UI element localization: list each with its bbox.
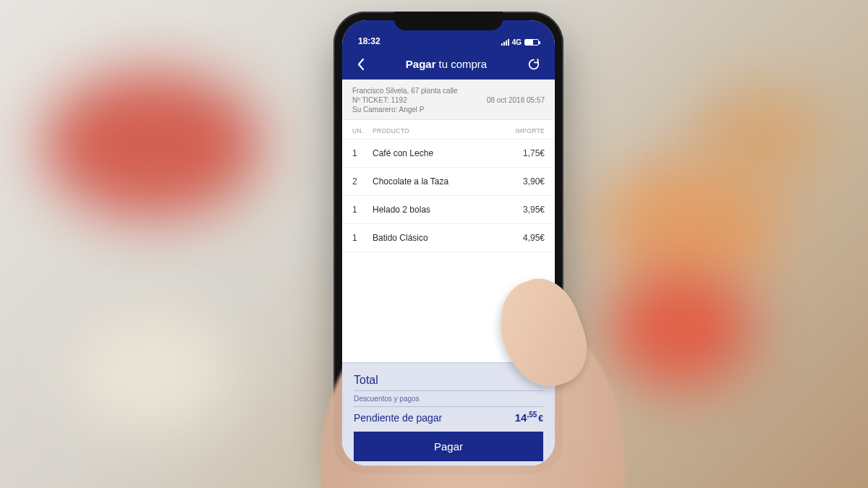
item-qty: 1 [352,233,373,243]
list-item[interactable]: 2 Chocolate a la Taza 3,90€ [342,168,555,196]
cellular-signal-icon [501,39,509,46]
refresh-button[interactable] [523,53,545,75]
ticket-address: Francisco Silvela, 67 planta calle [352,87,545,95]
refresh-icon [527,58,540,71]
item-price: 3,95€ [504,205,545,215]
pending-dec: ,55 [527,411,537,419]
item-name: Café con Leche [373,148,504,158]
discounts-label: Descuentos y pagos [354,395,420,403]
pay-button[interactable]: Pagar [354,432,543,461]
ticket-meta: Francisco Silvela, 67 planta calle Nº TI… [342,80,555,120]
header-title-light: tu compra [439,58,488,70]
network-type: 4G [512,38,522,46]
pending-amount: 14,55€ [515,411,543,424]
battery-icon [524,39,539,46]
item-price: 4,95€ [504,233,545,243]
currency-symbol: € [538,414,543,424]
phone-screen: 18:32 4G Pagar tu compra [342,20,555,466]
list-item[interactable]: 1 Helado 2 bolas 3,95€ [342,196,555,224]
item-qty: 2 [352,176,373,187]
ticket-number: Nº TICKET: 1192 [352,96,407,104]
app-header: Pagar tu compra [342,49,555,80]
items-header: UN. PRODUCTO IMPORTE [342,120,555,140]
back-button[interactable] [352,53,370,75]
item-name: Chocolate a la Taza [373,176,504,187]
col-header-product: PRODUCTO [373,127,504,134]
list-item[interactable]: 1 Batido Clásico 4,95€ [342,224,555,252]
item-qty: 1 [352,205,373,215]
item-name: Helado 2 bolas [373,205,504,215]
ticket-datetime: 08 oct 2018 05:57 [487,96,545,104]
list-item[interactable]: 1 Café con Leche 1,75€ [342,140,555,168]
status-bar: 18:32 4G [342,20,555,49]
ticket-waiter: Su Camarero: Angel P [352,106,545,114]
item-price: 3,90€ [504,176,545,187]
summary-panel: Total Descuentos y pagos Pendiente de pa… [342,362,555,466]
col-header-units: UN. [352,127,373,134]
header-title: Pagar tu compra [406,58,487,70]
status-right: 4G [501,38,539,46]
item-price: 1,75€ [504,148,545,158]
chevron-left-icon [357,58,365,71]
item-qty: 1 [352,148,373,158]
pending-label: Pendiente de pagar [354,412,442,424]
col-header-amount: IMPORTE [504,127,545,134]
total-label: Total [354,374,378,387]
status-time: 18:32 [358,36,380,46]
header-title-bold: Pagar [406,58,436,70]
pending-int: 14 [515,411,527,424]
item-name: Batido Clásico [373,233,504,243]
